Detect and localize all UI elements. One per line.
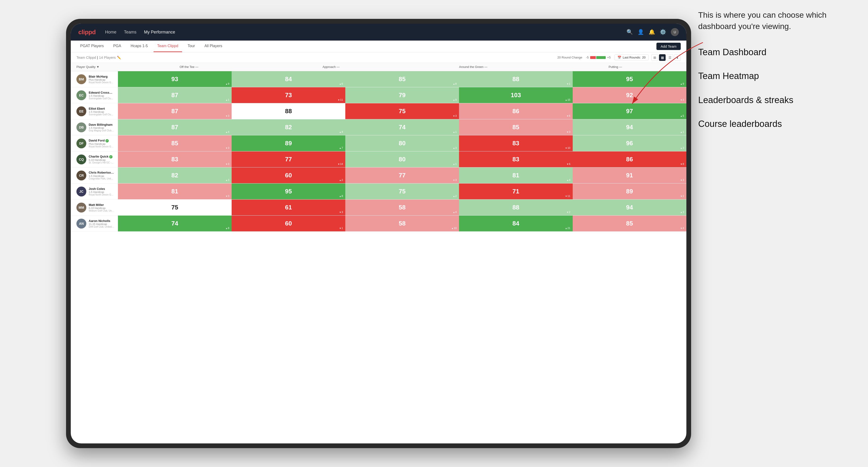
score-cell-quality[interactable]: 87 4: [118, 119, 231, 135]
score-cell-quality[interactable]: 74 8: [118, 216, 231, 231]
score-value: 88: [513, 75, 519, 83]
score-cell-around_green[interactable]: 103 15: [459, 87, 573, 103]
edit-icon[interactable]: ✏️: [117, 56, 121, 59]
score-cell-off_tee[interactable]: 60 1: [231, 216, 345, 231]
score-cell-around_green[interactable]: 83 6: [459, 151, 573, 167]
score-cell-quality[interactable]: 87 1: [118, 87, 231, 103]
score-cell-around_green[interactable]: 88 2: [459, 199, 573, 215]
player-hcap: 1-5 Handicap: [89, 94, 114, 97]
score-cell-quality[interactable]: 87 3: [118, 103, 231, 119]
search-icon[interactable]: 🔍: [626, 29, 633, 35]
player-hcap: 11-15 Handicap: [89, 223, 114, 225]
tab-all-players[interactable]: All Players: [201, 40, 226, 52]
score-cell-approach[interactable]: 80 3: [345, 135, 459, 151]
score-cell-putting[interactable]: 96 3: [573, 135, 686, 151]
arrow-up: [453, 147, 455, 149]
score-cell-approach[interactable]: 74 1: [345, 119, 459, 135]
score-value: 60: [285, 172, 292, 179]
score-cell-around_green[interactable]: 84 21: [459, 216, 573, 231]
arrow-down: [225, 195, 228, 197]
score-group-approach: 80 1: [345, 151, 459, 167]
avatar[interactable]: U: [671, 28, 679, 36]
score-cell-approach[interactable]: 85 8: [345, 71, 459, 87]
score-change: 3: [680, 179, 684, 181]
score-cell-off_tee[interactable]: 60 2: [231, 167, 345, 183]
settings-icon[interactable]: ⚙️: [660, 29, 666, 35]
nav-home[interactable]: Home: [105, 30, 117, 35]
score-cell-quality[interactable]: 83 3: [118, 151, 231, 167]
score-cell-off_tee[interactable]: 73 11: [231, 87, 345, 103]
score-cell-around_green[interactable]: 83 10: [459, 135, 573, 151]
player-cell[interactable]: EE Elliot Ebert 1-5 Handicap Sunningdale…: [71, 104, 118, 118]
score-cell-approach[interactable]: 58 10: [345, 216, 459, 231]
score-cell-putting[interactable]: 94 3: [573, 199, 686, 215]
score-cell-approach[interactable]: 75 2: [345, 184, 459, 199]
score-cell-around_green[interactable]: 85 3: [459, 119, 573, 135]
player-cell[interactable]: EC Edward Crossman 1-5 Handicap Sunningd…: [71, 88, 118, 102]
score-cell-quality[interactable]: 85 3: [118, 135, 231, 151]
arrow-up: [225, 98, 228, 101]
player-club: Drift Golf Club, United Kingdom: [89, 225, 114, 228]
score-cell-around_green[interactable]: 88 1: [459, 71, 573, 87]
tab-pga[interactable]: PGA: [110, 40, 125, 52]
score-change: 10: [565, 147, 570, 149]
arrow-up: [225, 82, 228, 85]
nav-bar: clippd Home Teams My Performance 🔍 👤 🔔 ⚙…: [71, 24, 686, 40]
tab-hcaps[interactable]: Hcaps 1-5: [127, 40, 152, 52]
score-cell-around_green[interactable]: 71 11: [459, 184, 573, 199]
score-cell-quality[interactable]: 93 9: [118, 71, 231, 87]
nav-teams[interactable]: Teams: [124, 30, 136, 35]
score-cell-approach[interactable]: 75 3: [345, 103, 459, 119]
bell-icon[interactable]: 🔔: [649, 29, 655, 35]
score-cell-quality[interactable]: 75: [118, 199, 231, 215]
score-cell-off_tee[interactable]: 61 3: [231, 199, 345, 215]
score-value: 86: [513, 107, 519, 115]
player-cell[interactable]: JC Josh Coles 1-5 Handicap Royal North D…: [71, 185, 118, 198]
player-info: Charlie Quick✓ 6-10 Handicap St. George'…: [89, 155, 114, 164]
player-cell[interactable]: CR Chris Robertson✓ 1-5 Handicap Craigmi…: [71, 168, 118, 182]
tab-pgat-players[interactable]: PGAT Players: [76, 40, 107, 52]
approach-header[interactable]: Approach —: [260, 65, 402, 69]
score-cell-off_tee[interactable]: 95 8: [231, 184, 345, 199]
player-cell[interactable]: DF David Ford✓ Plus Handicap Royal North…: [71, 136, 118, 150]
score-cell-putting[interactable]: 85 4: [573, 216, 686, 231]
nav-my-performance[interactable]: My Performance: [144, 30, 175, 35]
score-cell-off_tee[interactable]: 89 7: [231, 135, 345, 151]
player-cell[interactable]: BM Blair McHarg Plus Handicap Royal Nort…: [71, 72, 118, 86]
score-cell-off_tee[interactable]: 88: [231, 103, 345, 119]
score-group-putting: 96 3: [573, 135, 686, 151]
score-cell-quality[interactable]: 81 3: [118, 184, 231, 199]
score-cell-putting[interactable]: 86 8: [573, 151, 686, 167]
player-quality-header[interactable]: Player Quality ▼: [71, 65, 118, 69]
score-cell-approach[interactable]: 79 9: [345, 87, 459, 103]
score-cell-off_tee[interactable]: 84 6: [231, 71, 345, 87]
player-cell[interactable]: AN Aaron Nicholls 11-15 Handicap Drift G…: [71, 217, 118, 230]
player-avatar: CQ: [76, 154, 86, 164]
off-tee-header[interactable]: Off the Tee —: [118, 65, 260, 69]
score-cell-off_tee[interactable]: 77 14: [231, 151, 345, 167]
score-cell-off_tee[interactable]: 82 4: [231, 119, 345, 135]
score-value: 103: [511, 92, 521, 99]
score-group-putting: 85 4: [573, 216, 686, 231]
score-cell-quality[interactable]: 82 3: [118, 167, 231, 183]
score-cell-putting[interactable]: 91 3: [573, 167, 686, 183]
score-group-around_green: 88 1: [459, 71, 573, 87]
person-icon[interactable]: 👤: [638, 29, 644, 35]
player-cell[interactable]: DB Dave Billingham 1-5 Handicap Gog Mago…: [71, 121, 118, 134]
tab-tour[interactable]: Tour: [184, 40, 199, 52]
score-cell-putting[interactable]: 94 1: [573, 119, 686, 135]
score-cell-approach[interactable]: 58 4: [345, 199, 459, 215]
player-cell[interactable]: MM Matt Miller 6-10 Handicap Woburn Golf…: [71, 201, 118, 214]
around-green-header[interactable]: Around the Green —: [402, 65, 545, 69]
player-avatar: CR: [76, 170, 86, 181]
score-value: 75: [172, 204, 178, 211]
score-cell-around_green[interactable]: 86 6: [459, 103, 573, 119]
score-cell-putting[interactable]: 89 2: [573, 184, 686, 199]
player-club: Craigmillar Park, United Kingdom: [89, 177, 114, 180]
tab-team-clippd[interactable]: Team Clippd: [154, 40, 182, 52]
player-cell[interactable]: CQ Charlie Quick✓ 6-10 Handicap St. Geor…: [71, 153, 118, 166]
score-cell-approach[interactable]: 77 3: [345, 167, 459, 183]
score-cell-around_green[interactable]: 81 4: [459, 167, 573, 183]
score-group-off_tee: 95 8: [231, 184, 345, 199]
score-cell-approach[interactable]: 80 1: [345, 151, 459, 167]
